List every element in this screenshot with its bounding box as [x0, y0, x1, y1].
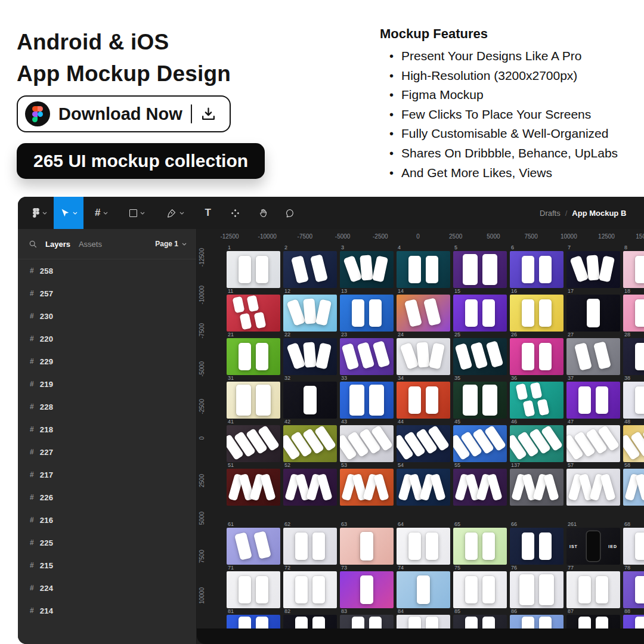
mockup-frame-18[interactable] [623, 295, 644, 332]
mockup-frame-72[interactable] [283, 571, 337, 608]
layer-item-217[interactable]: #217 [18, 463, 196, 486]
mockup-frame-6[interactable] [510, 251, 564, 288]
mockup-frame-15[interactable] [453, 295, 507, 332]
layer-item-216[interactable]: #216 [18, 509, 196, 531]
tool-shape[interactable] [123, 197, 151, 229]
mockup-frame-51[interactable] [227, 469, 280, 506]
mockup-frame-77[interactable] [566, 571, 620, 608]
layer-item-220[interactable]: #220 [18, 327, 196, 350]
tool-hand[interactable] [252, 197, 275, 229]
mockup-frame-12[interactable] [283, 295, 337, 332]
mockup-frame-73[interactable] [340, 571, 394, 608]
mockup-frame-33[interactable] [340, 382, 394, 419]
mockup-frame-57[interactable] [566, 469, 620, 506]
mockup-frame-137[interactable] [510, 469, 564, 506]
frame-label: 15 [453, 288, 507, 295]
mockup-frame-55[interactable] [453, 469, 507, 506]
layer-item-226[interactable]: #226 [18, 486, 196, 509]
mockup-frame-54[interactable] [397, 469, 450, 506]
mockup-frame-47[interactable] [566, 425, 620, 462]
mockup-frame-23[interactable] [340, 338, 394, 375]
layer-item-258[interactable]: #258 [18, 259, 196, 282]
download-button[interactable]: Download Now [17, 95, 231, 132]
mockup-frame-261[interactable]: ISTIED [566, 528, 620, 565]
mockup-frame-44[interactable] [397, 425, 450, 462]
layer-item-215[interactable]: #215 [18, 554, 196, 577]
mockup-frame-36[interactable] [510, 382, 564, 419]
mockup-frame-65[interactable] [453, 528, 507, 565]
mockup-frame-48[interactable] [623, 425, 644, 462]
mockup-frame-38[interactable] [623, 382, 644, 419]
layer-item-225[interactable]: #225 [18, 531, 196, 554]
mockup-frame-63[interactable] [340, 528, 394, 565]
search-icon[interactable] [29, 240, 37, 248]
layer-item-219[interactable]: #219 [18, 373, 196, 395]
mockup-frame-66[interactable] [510, 528, 564, 565]
mockup-frame-16[interactable] [510, 295, 564, 332]
mockup-frame-52[interactable] [283, 469, 337, 506]
mockup-frame-1[interactable] [227, 251, 280, 288]
mockup-frame-42[interactable] [283, 425, 337, 462]
frame-label: 3 [340, 244, 394, 251]
layer-item-227[interactable]: #227 [18, 441, 196, 463]
mockup-frame-24[interactable] [397, 338, 450, 375]
mockup-frame-76[interactable] [510, 571, 564, 608]
breadcrumb-drafts[interactable]: Drafts [540, 209, 561, 218]
mockup-frame-21[interactable] [227, 338, 280, 375]
mockup-frame-28[interactable] [623, 338, 644, 375]
mockup-frame-17[interactable] [566, 295, 620, 332]
mockup-frame-7[interactable] [566, 251, 620, 288]
tool-frame[interactable]: # [88, 197, 114, 229]
mockup-frame-27[interactable] [566, 338, 620, 375]
layer-item-229[interactable]: #229 [18, 350, 196, 373]
mockup-frame-45[interactable] [453, 425, 507, 462]
tool-move[interactable] [54, 197, 83, 229]
mockup-frame-71[interactable] [227, 571, 280, 608]
mockup-frame-75[interactable] [453, 571, 507, 608]
mockup-frame-14[interactable] [397, 295, 450, 332]
mockup-frame-2[interactable] [283, 251, 337, 288]
tool-comment[interactable] [278, 197, 302, 229]
mockup-frame-32[interactable] [283, 382, 337, 419]
page-selector[interactable]: Page 1 [155, 240, 187, 248]
mockup-frame-11[interactable] [227, 295, 280, 332]
mockup-frame-35[interactable] [453, 382, 507, 419]
ruler-tick: -7500 [298, 233, 313, 240]
mockup-frame-53[interactable] [340, 469, 394, 506]
phone-shape [463, 254, 478, 285]
mockup-frame-68[interactable] [623, 528, 644, 565]
mockup-frame-64[interactable] [397, 528, 450, 565]
mockup-frame-74[interactable] [397, 571, 450, 608]
tool-components[interactable] [224, 197, 247, 229]
mockup-frame-25[interactable] [453, 338, 507, 375]
tab-assets[interactable]: Assets [79, 240, 102, 249]
mockup-frame-46[interactable] [510, 425, 564, 462]
layer-item-257[interactable]: #257 [18, 282, 196, 305]
tool-pen[interactable] [160, 197, 191, 229]
main-menu-button[interactable] [26, 197, 54, 229]
layer-item-230[interactable]: #230 [18, 305, 196, 327]
mockup-frame-61[interactable] [227, 528, 280, 565]
layer-item-218[interactable]: #218 [18, 418, 196, 441]
mockup-frame-8[interactable] [623, 251, 644, 288]
tool-text[interactable]: T [198, 197, 217, 229]
layer-item-228[interactable]: #228 [18, 395, 196, 418]
mockup-frame-3[interactable] [340, 251, 394, 288]
mockup-frame-34[interactable] [397, 382, 450, 419]
mockup-frame-78[interactable] [623, 571, 644, 608]
mockup-frame-5[interactable] [453, 251, 507, 288]
canvas[interactable]: -12500-10000-7500-5000-25000250050007500… [197, 229, 644, 644]
tab-layers[interactable]: Layers [45, 240, 70, 249]
mockup-frame-43[interactable] [340, 425, 394, 462]
mockup-frame-41[interactable] [227, 425, 280, 462]
mockup-frame-13[interactable] [340, 295, 394, 332]
layer-item-214[interactable]: #214 [18, 599, 196, 622]
mockup-frame-4[interactable] [397, 251, 450, 288]
mockup-frame-31[interactable] [227, 382, 280, 419]
layer-item-224[interactable]: #224 [18, 577, 196, 599]
mockup-frame-37[interactable] [566, 382, 620, 419]
mockup-frame-62[interactable] [283, 528, 337, 565]
mockup-frame-22[interactable] [283, 338, 337, 375]
mockup-frame-58[interactable] [623, 469, 644, 506]
mockup-frame-26[interactable] [510, 338, 564, 375]
